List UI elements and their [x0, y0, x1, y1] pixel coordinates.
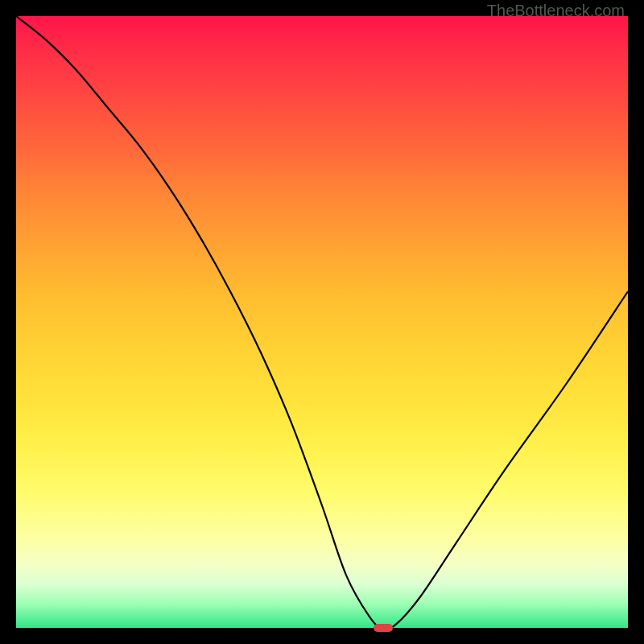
chart-svg — [16, 16, 628, 628]
chart-frame: TheBottleneck.com — [0, 0, 644, 644]
minimum-marker — [374, 624, 393, 632]
bottleneck-curve — [16, 16, 628, 629]
